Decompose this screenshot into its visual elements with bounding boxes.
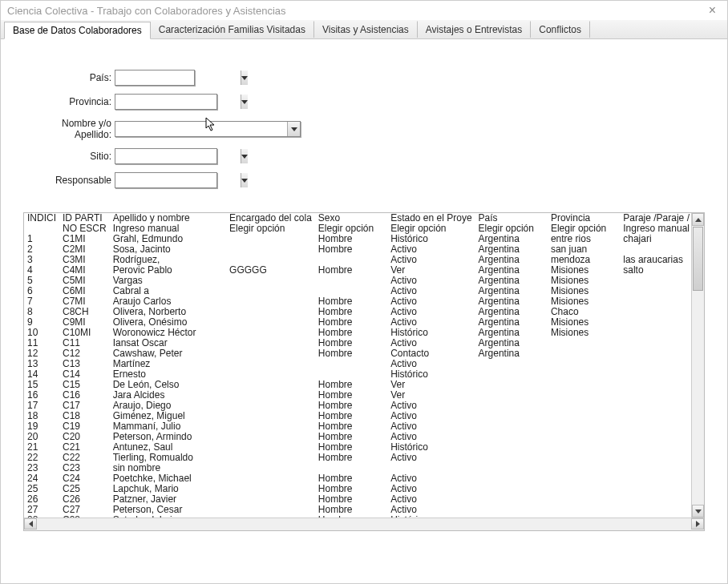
tabbar: Base de Datos Colaboradores Caracterizac… <box>1 20 727 39</box>
chevron-down-icon[interactable] <box>241 149 248 163</box>
cell-pais[interactable] <box>475 411 548 421</box>
cell-enc[interactable] <box>226 401 315 411</box>
close-icon[interactable]: × <box>704 3 721 18</box>
cell-pais[interactable] <box>475 453 548 463</box>
cell-enc[interactable] <box>226 328 315 338</box>
cell-prov[interactable]: Misiones <box>548 328 620 338</box>
combo-provincia[interactable] <box>115 94 217 110</box>
cell-enc[interactable] <box>226 505 315 515</box>
cell-enc[interactable] <box>226 380 315 390</box>
cell-enc[interactable] <box>226 348 315 359</box>
cell-pais[interactable] <box>475 390 548 401</box>
cell-prov[interactable] <box>548 401 620 411</box>
cell-enc[interactable] <box>226 453 315 463</box>
cell-pais[interactable] <box>475 432 548 442</box>
cell-enc[interactable] <box>226 484 315 494</box>
filters-panel: País: Provincia: Nombre y/o Apellido: <box>23 70 705 188</box>
cell-sex[interactable]: Hombre <box>315 453 387 463</box>
cell-enc[interactable] <box>226 359 315 369</box>
chevron-down-icon[interactable] <box>287 122 300 136</box>
cell-enc[interactable]: GGGGG <box>226 265 315 276</box>
cell-prov[interactable] <box>548 411 620 421</box>
scroll-up-icon[interactable] <box>692 213 704 226</box>
tab-visitas[interactable]: Visitas y Asistencias <box>314 21 418 38</box>
scroll-thumb[interactable] <box>693 227 703 291</box>
cell-enc[interactable] <box>226 296 315 307</box>
cell-prov[interactable] <box>548 484 620 494</box>
cell-enc[interactable] <box>226 494 315 505</box>
cell-enc[interactable] <box>226 442 315 453</box>
cell-prov[interactable] <box>548 369 620 380</box>
cell-prov[interactable] <box>548 348 620 359</box>
cell-enc[interactable] <box>226 234 315 244</box>
cell-pais[interactable] <box>475 442 548 453</box>
cell-prov[interactable] <box>548 494 620 505</box>
cell-prov[interactable] <box>548 338 620 348</box>
input-provincia[interactable] <box>115 95 241 109</box>
cell-pais[interactable] <box>475 401 548 411</box>
cell-enc[interactable] <box>226 421 315 432</box>
cell-sex[interactable] <box>315 359 387 369</box>
cell-prov[interactable] <box>548 390 620 401</box>
input-pais[interactable] <box>115 70 241 85</box>
cell-enc[interactable] <box>226 463 315 473</box>
cell-pais[interactable] <box>475 369 548 380</box>
combo-responsable[interactable] <box>115 172 217 188</box>
vertical-scrollbar[interactable] <box>691 213 704 518</box>
input-sitio[interactable] <box>115 149 241 163</box>
chevron-down-icon[interactable] <box>241 173 248 187</box>
col-indice[interactable]: INDICI <box>24 213 59 224</box>
tab-avistajes[interactable]: Avistajes o Entrevistas <box>418 21 532 38</box>
cell-pais[interactable] <box>475 359 548 369</box>
cell-prov[interactable] <box>548 359 620 369</box>
cell-pais[interactable] <box>475 505 548 515</box>
cell-prov[interactable] <box>548 442 620 453</box>
cell-enc[interactable] <box>226 369 315 380</box>
cell-sex[interactable] <box>315 276 387 286</box>
cell-prov[interactable] <box>548 453 620 463</box>
cell-sex[interactable]: Hombre <box>315 348 387 359</box>
combo-pais[interactable] <box>115 70 195 86</box>
cell-prov[interactable] <box>548 421 620 432</box>
scroll-left-icon[interactable] <box>24 518 37 530</box>
cell-enc[interactable] <box>226 338 315 348</box>
cell-pais[interactable] <box>475 494 548 505</box>
combo-sitio[interactable] <box>115 148 217 164</box>
cell-pais[interactable] <box>475 463 548 473</box>
cell-enc[interactable] <box>226 307 315 317</box>
scroll-down-icon[interactable] <box>692 505 704 518</box>
cell-prov[interactable] <box>548 380 620 390</box>
combo-nombre[interactable] <box>115 121 301 137</box>
data-grid: INDICI ID PARTI Apellido y nombre Encarg… <box>23 212 705 531</box>
cell-enc[interactable] <box>226 411 315 421</box>
cell-sex[interactable]: Hombre <box>315 244 387 255</box>
cell-pais[interactable] <box>475 380 548 390</box>
cell-prov[interactable] <box>548 505 620 515</box>
cell-pais[interactable] <box>475 484 548 494</box>
cell-pais[interactable] <box>475 473 548 484</box>
chevron-down-icon[interactable] <box>241 95 248 109</box>
cell-enc[interactable] <box>226 244 315 255</box>
tab-conflictos[interactable]: Conflictos <box>531 21 590 38</box>
tab-familias[interactable]: Caracterización Familias Visitadas <box>151 21 314 38</box>
input-nombre[interactable] <box>115 122 287 136</box>
cell-prov[interactable] <box>548 463 620 473</box>
cell-enc[interactable] <box>226 286 315 296</box>
cell-enc[interactable] <box>226 317 315 328</box>
cell-sex[interactable]: Hombre <box>315 265 387 276</box>
cell-enc[interactable] <box>226 390 315 401</box>
cell-enc[interactable] <box>226 432 315 442</box>
cell-enc[interactable] <box>226 276 315 286</box>
cell-enc[interactable] <box>226 473 315 484</box>
cell-pais[interactable] <box>475 421 548 432</box>
cell-prov[interactable] <box>548 432 620 442</box>
tab-colaboradores[interactable]: Base de Datos Colaboradores <box>4 22 151 39</box>
scroll-right-icon[interactable] <box>691 518 704 530</box>
chevron-down-icon[interactable] <box>241 70 248 85</box>
cell-prov[interactable] <box>548 473 620 484</box>
horizontal-scrollbar[interactable] <box>24 518 704 530</box>
grid-table[interactable]: INDICI ID PARTI Apellido y nombre Encarg… <box>24 213 704 518</box>
cell-est[interactable]: Activo <box>387 453 475 463</box>
cell-pais[interactable]: Argentina <box>475 348 548 359</box>
input-responsable[interactable] <box>115 173 241 187</box>
